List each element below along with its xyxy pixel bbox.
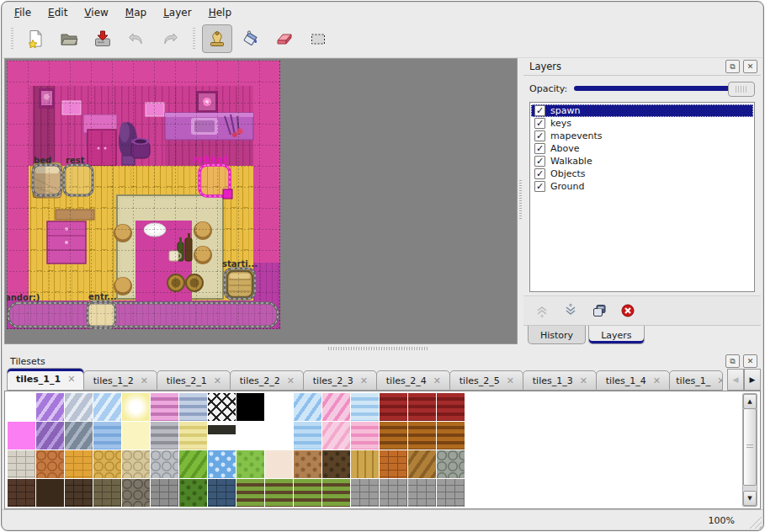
duplicate-layer-button[interactable]: [589, 301, 609, 321]
menu-item[interactable]: Map: [118, 5, 154, 20]
tileset-tile[interactable]: [65, 422, 93, 450]
map-object-andor[interactable]: [8, 303, 278, 327]
tileset-tile[interactable]: [380, 393, 407, 421]
float-panel-icon[interactable]: ⧉: [725, 60, 740, 73]
tileset-tile[interactable]: [380, 422, 407, 450]
layer-visibility-checkbox[interactable]: ✓: [534, 156, 545, 167]
tileset-tab[interactable]: tiles_2_1 ✕: [157, 370, 231, 391]
scroll-up-button[interactable]: ▲: [743, 394, 757, 409]
tileset-tile[interactable]: [36, 450, 64, 478]
layer-row[interactable]: ✓ Walkable: [531, 155, 753, 168]
layer-row[interactable]: ✓ mapevents: [531, 130, 753, 142]
tileset-tile[interactable]: [93, 450, 121, 478]
close-tab-icon[interactable]: ✕: [141, 375, 148, 386]
tileset-tile[interactable]: [151, 450, 178, 478]
tileset-tile[interactable]: [8, 479, 35, 507]
redo-button[interactable]: [155, 24, 185, 53]
raise-layer-button[interactable]: [532, 301, 552, 321]
tileset-tile[interactable]: [265, 393, 293, 421]
horizontal-splitter[interactable]: [2, 344, 763, 353]
tileset-tile[interactable]: [208, 393, 236, 421]
map-view[interactable]: bed rest mikhail andor:) entr... starti.…: [4, 58, 518, 344]
tileset-tile[interactable]: [408, 450, 436, 478]
tileset-tile[interactable]: [322, 450, 350, 478]
open-file-button[interactable]: [54, 24, 84, 53]
tileset-tile[interactable]: [122, 450, 150, 478]
tileset-tile[interactable]: [93, 422, 121, 450]
menu-item[interactable]: Edit: [40, 5, 75, 20]
tileset-tab[interactable]: tiles_1_3 ✕: [523, 370, 597, 391]
map-object-entrance[interactable]: [88, 301, 115, 328]
menu-item[interactable]: File: [7, 5, 39, 20]
tileset-tile[interactable]: [437, 422, 465, 450]
layer-row[interactable]: ✓ spawn: [531, 104, 753, 117]
tileset-tile[interactable]: [408, 393, 436, 421]
layer-row[interactable]: ✓ Ground: [531, 180, 753, 193]
tileset-tile[interactable]: [151, 422, 178, 450]
object-resize-handle[interactable]: [223, 189, 232, 199]
tileset-tile[interactable]: [36, 393, 64, 421]
tileset-tile[interactable]: [8, 450, 35, 478]
tileset-tab[interactable]: tiles_2_3 ✕: [303, 370, 377, 391]
tileset-tile[interactable]: [122, 393, 150, 421]
tileset-tile[interactable]: [8, 393, 35, 421]
tileset-tile[interactable]: [122, 479, 150, 507]
tileset-tile[interactable]: [208, 422, 236, 450]
save-button[interactable]: [88, 24, 118, 53]
tileset-tab[interactable]: tiles_1_1 ✕: [7, 368, 84, 391]
tileset-tab[interactable]: tiles_2_5 ✕: [449, 370, 523, 391]
tileset-tile[interactable]: [93, 393, 121, 421]
menu-item[interactable]: View: [77, 5, 115, 20]
tileset-tile[interactable]: [236, 450, 264, 478]
tileset-tile[interactable]: [36, 479, 64, 507]
tileset-scrollbar[interactable]: ▲ ▼: [742, 393, 757, 507]
vertical-splitter[interactable]: [518, 58, 523, 344]
lower-layer-button[interactable]: [560, 301, 581, 321]
tileset-tile[interactable]: [151, 393, 178, 421]
close-tab-icon[interactable]: ✕: [360, 375, 368, 386]
toolbar-drag-handle[interactable]: [191, 28, 196, 50]
opacity-slider-track[interactable]: [574, 86, 752, 91]
tileset-tab[interactable]: tiles_2_2 ✕: [230, 370, 304, 391]
tileset-tile[interactable]: [437, 393, 465, 421]
dock-tab[interactable]: History: [528, 326, 586, 344]
map-object-start[interactable]: [225, 269, 255, 299]
map-canvas[interactable]: bed rest mikhail andor:) entr... starti.…: [7, 61, 280, 329]
toolbar-drag-handle[interactable]: [9, 28, 14, 50]
close-panel-icon[interactable]: ✕: [743, 354, 757, 368]
map-object-mikhail-selected[interactable]: [199, 165, 232, 199]
bucket-fill-button[interactable]: [236, 24, 266, 53]
tileset-tile[interactable]: [122, 422, 150, 450]
tileset-tile[interactable]: [208, 450, 236, 478]
layer-visibility-checkbox[interactable]: ✓: [534, 181, 545, 192]
scroll-down-button[interactable]: ▼: [743, 491, 757, 506]
layer-visibility-checkbox[interactable]: ✓: [534, 143, 545, 154]
layer-row[interactable]: ✓ keys: [531, 117, 753, 130]
menu-item[interactable]: Help: [201, 5, 239, 20]
tileset-tile[interactable]: [236, 479, 264, 507]
layer-visibility-checkbox[interactable]: ✓: [534, 105, 545, 116]
tileset-tile[interactable]: [322, 479, 350, 507]
layer-row[interactable]: ✓ Objects: [531, 168, 753, 180]
tileset-tile[interactable]: [294, 422, 321, 450]
close-tab-icon[interactable]: ✕: [507, 375, 514, 386]
map-object-rest[interactable]: [64, 165, 93, 195]
tileset-tile[interactable]: [208, 479, 236, 507]
opacity-slider[interactable]: [574, 81, 755, 96]
tileset-tile[interactable]: [65, 479, 93, 507]
tileset-tile[interactable]: [236, 422, 264, 450]
scrollbar-thumb[interactable]: [743, 408, 757, 486]
tileset-tab[interactable]: tiles_2_4 ✕: [376, 370, 450, 391]
map-object-bed[interactable]: [33, 165, 61, 195]
tileset-tile[interactable]: [294, 393, 321, 421]
layer-visibility-checkbox[interactable]: ✓: [534, 130, 545, 141]
tileset-tile[interactable]: [294, 479, 321, 507]
window-resize-grip[interactable]: [749, 516, 762, 529]
close-tab-icon[interactable]: ✕: [653, 375, 661, 386]
tileset-tile[interactable]: [380, 479, 407, 507]
close-tab-icon[interactable]: ✕: [717, 375, 723, 386]
tileset-tile[interactable]: [236, 393, 264, 421]
delete-layer-button[interactable]: [618, 301, 638, 321]
tileset-tile[interactable]: [351, 422, 379, 450]
close-tab-icon[interactable]: ✕: [287, 375, 295, 386]
